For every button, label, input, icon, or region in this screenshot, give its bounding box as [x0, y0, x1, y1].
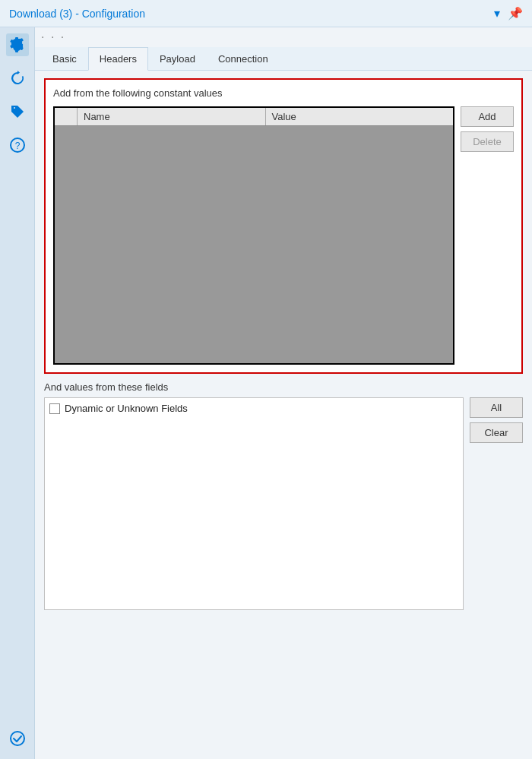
tab-basic[interactable]: Basic	[41, 47, 88, 71]
clear-button[interactable]: Clear	[470, 422, 523, 443]
fields-buttons: All Clear	[470, 397, 523, 443]
table-body	[55, 126, 453, 363]
sidebar-icon-tag[interactable]	[6, 100, 29, 123]
table-header: Name Value	[55, 108, 453, 126]
pin-icon[interactable]: 📌	[508, 6, 523, 21]
table-and-buttons: Name Value Add Delete	[53, 106, 514, 365]
dynamic-fields-row: Dynamic or Unknown Fields	[49, 403, 458, 414]
title-bar: Download (3) - Configuration ▾ 📌	[0, 0, 532, 27]
constant-values-table: Name Value	[53, 106, 454, 365]
window-title: Download (3) - Configuration	[9, 8, 145, 20]
tabs-bar: Basic Headers Payload Connection	[35, 47, 532, 71]
add-button[interactable]: Add	[461, 106, 514, 127]
title-icons: ▾ 📌	[494, 6, 523, 21]
tab-connection[interactable]: Connection	[207, 47, 280, 71]
fields-layout: Dynamic or Unknown Fields All Clear	[44, 397, 523, 610]
constant-values-section: Add from the following constant values N…	[44, 78, 523, 374]
sidebar-bottom	[6, 727, 29, 750]
col-index	[55, 108, 78, 125]
svg-point-2	[11, 732, 24, 745]
fields-list: Dynamic or Unknown Fields	[44, 397, 464, 610]
constant-values-label: Add from the following constant values	[53, 87, 514, 99]
svg-text:?: ?	[14, 141, 20, 151]
col-name: Name	[78, 108, 266, 125]
delete-button[interactable]: Delete	[461, 131, 514, 152]
all-button[interactable]: All	[470, 397, 523, 418]
content-area: · · · Basic Headers Payload Connection A…	[35, 27, 532, 759]
sidebar-icon-help[interactable]: ?	[6, 134, 29, 157]
dynamic-fields-label: Dynamic or Unknown Fields	[65, 403, 188, 414]
col-value: Value	[266, 108, 454, 125]
fields-section: And values from these fields Dynamic or …	[44, 381, 523, 610]
sidebar-icon-refresh[interactable]	[6, 67, 29, 90]
dots-row: · · ·	[35, 27, 532, 47]
dropdown-icon[interactable]: ▾	[494, 6, 500, 21]
sidebar: ?	[0, 27, 35, 759]
table-buttons: Add Delete	[461, 106, 514, 152]
sidebar-icon-gear[interactable]	[6, 33, 29, 56]
dynamic-fields-checkbox[interactable]	[49, 403, 60, 414]
fields-label: And values from these fields	[44, 381, 523, 393]
tab-headers[interactable]: Headers	[88, 47, 148, 71]
tab-payload[interactable]: Payload	[148, 47, 207, 71]
sidebar-icon-check[interactable]	[6, 727, 29, 750]
main-layout: ? · · · Basic Headers Payload Connection	[0, 27, 532, 759]
panel: Add from the following constant values N…	[35, 71, 532, 759]
